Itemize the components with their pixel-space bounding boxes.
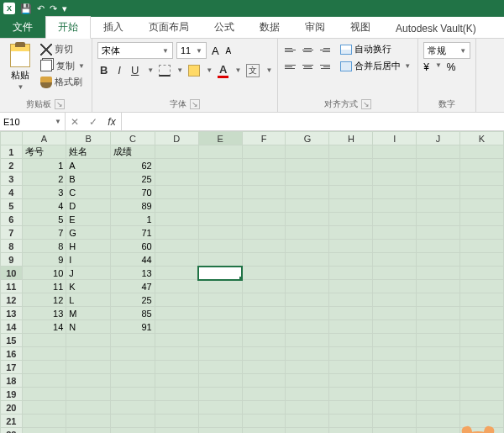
cell-K11[interactable] <box>459 280 503 293</box>
cell-H7[interactable] <box>329 226 373 240</box>
italic-button[interactable]: I <box>115 62 123 78</box>
row-header-6[interactable]: 6 <box>1 213 23 226</box>
cell-A12[interactable]: 12 <box>22 293 66 307</box>
column-header-F[interactable]: F <box>242 132 286 145</box>
cell-K19[interactable] <box>459 388 503 401</box>
shrink-font-button[interactable]: A <box>224 45 234 57</box>
cell-B3[interactable]: B <box>66 172 111 186</box>
cell-C15[interactable] <box>111 334 155 347</box>
cell-J16[interactable] <box>417 347 460 361</box>
cell-H22[interactable] <box>329 428 373 434</box>
cell-D10[interactable] <box>155 267 198 280</box>
cell-J12[interactable] <box>417 293 460 307</box>
cell-H3[interactable] <box>329 172 373 186</box>
cell-G19[interactable] <box>286 388 329 401</box>
cell-J18[interactable] <box>417 374 460 388</box>
column-header-J[interactable]: J <box>417 132 460 145</box>
name-box[interactable]: E10▼ <box>0 113 66 130</box>
cell-H9[interactable] <box>329 253 373 267</box>
cell-F5[interactable] <box>242 199 286 213</box>
cell-B10[interactable]: J <box>66 267 111 280</box>
cell-E9[interactable] <box>198 253 242 267</box>
row-header-10[interactable]: 10 <box>1 267 23 280</box>
cell-A4[interactable]: 3 <box>22 186 66 199</box>
cell-I9[interactable] <box>373 253 417 267</box>
column-header-I[interactable]: I <box>373 132 417 145</box>
cell-A7[interactable]: 7 <box>22 226 66 240</box>
cell-H12[interactable] <box>329 293 373 307</box>
cell-I6[interactable] <box>373 213 417 226</box>
row-header-18[interactable]: 18 <box>1 374 23 388</box>
align-bottom-button[interactable] <box>317 42 332 57</box>
cell-I1[interactable] <box>373 145 417 159</box>
tab-formulas[interactable]: 公式 <box>202 16 247 38</box>
cell-A22[interactable] <box>22 428 66 434</box>
cell-B11[interactable]: K <box>66 280 111 293</box>
cell-B17[interactable] <box>66 361 111 374</box>
cell-I12[interactable] <box>373 293 417 307</box>
cell-B1[interactable]: 姓名 <box>66 145 111 159</box>
cell-A8[interactable]: 8 <box>22 240 66 253</box>
cell-G16[interactable] <box>286 347 329 361</box>
cell-J1[interactable] <box>417 145 460 159</box>
row-header-13[interactable]: 13 <box>1 307 23 320</box>
cell-H18[interactable] <box>329 374 373 388</box>
row-header-9[interactable]: 9 <box>1 253 23 267</box>
cell-J4[interactable] <box>417 186 460 199</box>
cell-C18[interactable] <box>111 374 155 388</box>
font-size-combo[interactable]: 11▼ <box>176 42 207 59</box>
align-top-button[interactable] <box>283 42 298 57</box>
cell-B9[interactable]: I <box>66 253 111 267</box>
cell-F1[interactable] <box>242 145 286 159</box>
cell-D7[interactable] <box>155 226 198 240</box>
cell-K1[interactable] <box>459 145 503 159</box>
cell-F14[interactable] <box>242 320 286 334</box>
row-header-4[interactable]: 4 <box>1 186 23 199</box>
cell-B14[interactable]: N <box>66 320 111 334</box>
cell-G20[interactable] <box>286 401 329 415</box>
cell-K8[interactable] <box>459 240 503 253</box>
row-header-21[interactable]: 21 <box>1 415 23 428</box>
row-header-14[interactable]: 14 <box>1 320 23 334</box>
cell-K15[interactable] <box>459 334 503 347</box>
cell-E5[interactable] <box>198 199 242 213</box>
cell-G17[interactable] <box>286 361 329 374</box>
cell-H1[interactable] <box>329 145 373 159</box>
row-header-5[interactable]: 5 <box>1 199 23 213</box>
column-header-B[interactable]: B <box>66 132 111 145</box>
cell-H5[interactable] <box>329 199 373 213</box>
cell-G9[interactable] <box>286 253 329 267</box>
cell-F22[interactable] <box>242 428 286 434</box>
bold-button[interactable]: B <box>97 62 110 78</box>
row-header-16[interactable]: 16 <box>1 347 23 361</box>
cell-J7[interactable] <box>417 226 460 240</box>
cell-F3[interactable] <box>242 172 286 186</box>
cell-C6[interactable]: 1 <box>111 213 155 226</box>
cell-H8[interactable] <box>329 240 373 253</box>
cell-J8[interactable] <box>417 240 460 253</box>
cell-E1[interactable] <box>198 145 242 159</box>
undo-icon[interactable]: ↶ <box>37 3 45 14</box>
cell-I2[interactable] <box>373 159 417 172</box>
cell-I20[interactable] <box>373 401 417 415</box>
row-header-20[interactable]: 20 <box>1 401 23 415</box>
cell-G11[interactable] <box>286 280 329 293</box>
cell-A5[interactable]: 4 <box>22 199 66 213</box>
cell-B21[interactable] <box>66 415 111 428</box>
cell-E8[interactable] <box>198 240 242 253</box>
row-header-8[interactable]: 8 <box>1 240 23 253</box>
cell-D6[interactable] <box>155 213 198 226</box>
cell-J2[interactable] <box>417 159 460 172</box>
cell-H10[interactable] <box>329 267 373 280</box>
dialog-launcher-icon[interactable]: ↘ <box>190 99 200 109</box>
cell-C9[interactable]: 44 <box>111 253 155 267</box>
cell-G8[interactable] <box>286 240 329 253</box>
row-header-3[interactable]: 3 <box>1 172 23 186</box>
enter-formula-icon[interactable]: ✓ <box>84 116 102 128</box>
cell-C13[interactable]: 85 <box>111 307 155 320</box>
cancel-formula-icon[interactable]: ✕ <box>66 116 84 128</box>
underline-button[interactable]: U <box>129 62 141 78</box>
cell-F11[interactable] <box>242 280 286 293</box>
copy-button[interactable]: 复制▼ <box>39 58 87 73</box>
cell-B7[interactable]: G <box>66 226 111 240</box>
